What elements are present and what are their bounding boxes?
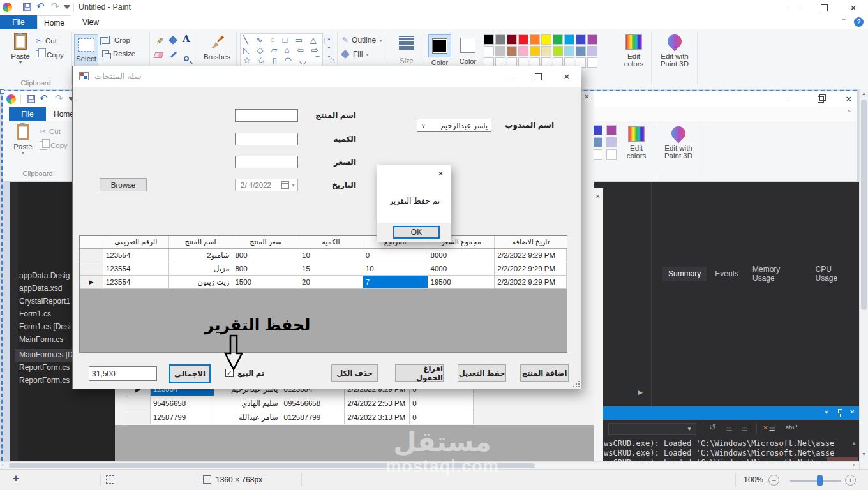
minimize-button[interactable]: — <box>780 0 809 15</box>
grid-cell[interactable]: 0 <box>363 249 428 262</box>
date-picker[interactable]: 2/ 4/2022 ▼ <box>235 179 298 191</box>
grid-cell-selected[interactable]: 7 <box>363 276 428 288</box>
grid-cell[interactable]: 15 <box>299 262 363 275</box>
row-header[interactable] <box>80 249 103 262</box>
grid-cell[interactable]: 20 <box>299 276 363 288</box>
add-product-button[interactable]: اضافة المنتج <box>520 364 569 382</box>
edit-colors-button[interactable]: Edit colors <box>619 34 648 68</box>
rep-name-combobox[interactable]: ∨ ياسر عبدالرحيم <box>417 119 491 132</box>
palette-swatch[interactable] <box>495 34 505 45</box>
save-edit-button[interactable]: حفظ التعديل <box>458 364 506 382</box>
palette-swatch[interactable] <box>576 46 586 56</box>
pencil-icon[interactable]: ✎ <box>154 37 165 45</box>
grid-cell[interactable]: 800 <box>232 249 299 262</box>
size-dropdown[interactable]: Size <box>392 34 421 64</box>
scroll-down-icon[interactable]: ▼ <box>862 452 866 456</box>
magnifier-icon[interactable] <box>184 56 189 61</box>
zoom-out-button[interactable]: − <box>768 475 779 486</box>
palette-swatch[interactable] <box>576 34 586 45</box>
grid-cell[interactable]: 123554 <box>103 249 169 262</box>
grid-header[interactable]: سعر المنتج <box>232 236 299 248</box>
grid-cell[interactable]: 19500 <box>428 276 495 288</box>
dialog-maximize-button[interactable] <box>524 66 553 87</box>
fill-dropdown[interactable]: Fill▼ <box>342 50 370 59</box>
grid-header[interactable]: تاريخ الاضافة <box>495 236 567 248</box>
messagebox-close-icon[interactable]: ✕ <box>438 170 444 178</box>
crop-button[interactable]: Crop <box>102 36 130 44</box>
grid-header[interactable]: الرقم التعريفي <box>103 236 169 248</box>
grid-cell[interactable]: 2/2/2022 9:29 PM <box>495 249 567 262</box>
grid-cell[interactable]: 1500 <box>232 276 299 288</box>
grid-cell[interactable]: 4000 <box>428 262 495 275</box>
eraser-icon[interactable] <box>154 52 164 58</box>
color-picker-icon[interactable] <box>170 51 177 58</box>
palette-empty-slot[interactable] <box>587 57 597 68</box>
copy-button[interactable]: Copy <box>36 50 64 59</box>
dialog-close-button[interactable]: ✕ <box>553 66 581 87</box>
palette-swatch[interactable] <box>564 34 574 45</box>
palette-swatch[interactable] <box>541 46 551 56</box>
ok-button[interactable]: OK <box>393 226 440 239</box>
total-button[interactable]: الاجمالي <box>169 364 211 383</box>
fill-bucket-icon[interactable] <box>168 36 177 45</box>
resize-button[interactable]: Resize <box>102 50 135 57</box>
delete-all-button[interactable]: حذف الكل <box>331 364 378 382</box>
grid-cell[interactable]: 10 <box>363 262 428 275</box>
cut-button[interactable]: ✂Cut <box>36 36 57 45</box>
palette-swatch[interactable] <box>507 34 517 45</box>
zoom-in-button[interactable]: + <box>845 475 856 486</box>
grid-cell[interactable]: 123554 <box>103 276 169 288</box>
palette-swatch[interactable] <box>587 46 597 56</box>
shapes-scroll-up-icon[interactable]: ▲ <box>325 34 333 43</box>
help-icon[interactable]: ? <box>854 17 864 27</box>
zoom-slider-track[interactable] <box>790 480 841 482</box>
outline-dropdown[interactable]: ✎Outline▼ <box>342 36 383 45</box>
browse-button[interactable]: Browse <box>100 178 147 191</box>
price-input[interactable] <box>235 156 298 168</box>
grid-cell[interactable]: 2/2/2022 9:29 PM <box>495 276 567 288</box>
shapes-scroll-down-icon[interactable]: ▼ <box>325 43 333 52</box>
scroll-right-icon[interactable]: › <box>853 462 855 469</box>
palette-swatch[interactable] <box>530 34 540 45</box>
zoom-slider-thumb[interactable] <box>817 475 823 486</box>
scroll-up-icon[interactable]: ▲ <box>862 91 866 96</box>
grid-cell[interactable]: زيت زيتون <box>169 276 233 288</box>
palette-swatch[interactable] <box>495 46 505 56</box>
scroll-left-icon[interactable]: ‹ <box>2 462 4 469</box>
qat-customize-icon[interactable] <box>64 5 70 9</box>
dialog-minimize-button[interactable]: — <box>495 66 524 87</box>
palette-swatch[interactable] <box>507 46 517 56</box>
product-name-input[interactable] <box>235 109 298 122</box>
current-row-marker[interactable]: ▶ <box>80 276 103 288</box>
maximize-button[interactable] <box>809 0 839 15</box>
resize-grip[interactable] <box>572 380 580 388</box>
palette-swatch[interactable] <box>530 46 540 56</box>
close-button[interactable]: ✕ <box>839 0 868 15</box>
quantity-input[interactable] <box>235 133 298 145</box>
save-icon[interactable] <box>23 3 31 11</box>
palette-swatch[interactable] <box>553 46 563 56</box>
palette-swatch[interactable] <box>484 46 494 56</box>
grid-cell[interactable]: 8000 <box>428 249 495 262</box>
palette-swatch[interactable] <box>564 46 574 56</box>
undo-icon[interactable]: ↶ <box>36 1 45 12</box>
dialog-titlebar[interactable]: سلة المنتجات — ✕ <box>73 66 581 87</box>
grid-cell[interactable]: 2/2/2022 9:29 PM <box>495 262 567 275</box>
grid-cell[interactable]: مزيل <box>169 262 233 275</box>
vertical-scrollbar[interactable]: ▲ ▼ <box>859 89 868 469</box>
palette-swatch[interactable] <box>553 34 563 45</box>
clear-fields-button[interactable]: افراغ الحقول <box>395 364 444 382</box>
grid-header[interactable]: الكمية <box>299 236 363 248</box>
grid-header[interactable]: اسم المنتج <box>169 236 233 248</box>
grid-cell[interactable]: 10 <box>299 249 363 262</box>
row-header[interactable] <box>80 262 103 275</box>
palette-swatch[interactable] <box>518 46 528 56</box>
palette-swatch[interactable] <box>541 34 551 45</box>
palette-swatch[interactable] <box>587 34 597 45</box>
palette-swatch[interactable] <box>518 34 528 45</box>
grid-cell[interactable]: 800 <box>232 262 299 275</box>
paste-button[interactable]: Paste ▼ <box>8 33 33 78</box>
grid-cell[interactable]: 123554 <box>103 262 169 275</box>
edit-with-paint3d-button[interactable]: Edit with Paint 3D <box>655 33 694 68</box>
redo-icon[interactable]: ↷ <box>51 1 59 12</box>
